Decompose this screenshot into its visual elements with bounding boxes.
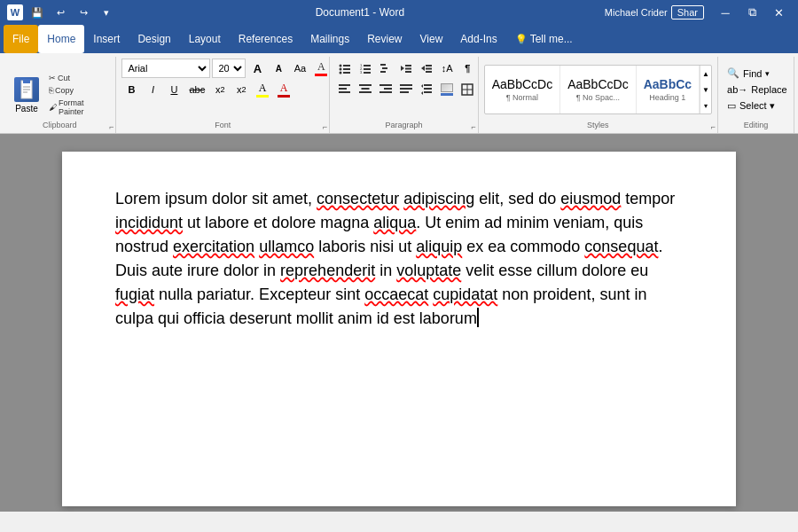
font-clear-btn[interactable]: A [311, 59, 331, 78]
clipboard-label: Clipboard [4, 121, 115, 131]
editing-group: 🔍 Find ▾ ab→ Replace ▭ Select ▾ Editing [718, 57, 794, 133]
cut-button[interactable]: ✂Cut [46, 73, 110, 83]
window-controls: Michael Crider Shar ─ ⧉ ✕ [605, 0, 791, 25]
font-size-select[interactable]: 20 [212, 59, 246, 78]
font-grow-btn[interactable]: A [247, 59, 267, 78]
title-bar: W 💾 ↩ ↪ ▾ Document1 - Word Michael Cride… [0, 0, 798, 25]
align-right-btn[interactable] [376, 80, 395, 99]
svg-rect-35 [384, 88, 392, 90]
style-heading1[interactable]: AaBbCc Heading 1 [637, 66, 700, 113]
quick-undo-btn[interactable]: ↩ [51, 4, 69, 21]
decrease-indent-btn[interactable] [396, 59, 416, 78]
document-text[interactable]: Lorem ipsum dolor sit amet, consectetur … [115, 187, 683, 331]
share-btn[interactable]: Shar [671, 5, 704, 20]
menu-mailings[interactable]: Mailings [301, 25, 358, 53]
align-left-btn[interactable] [335, 80, 355, 99]
close-btn[interactable]: ✕ [766, 0, 791, 25]
borders-btn[interactable] [458, 80, 477, 99]
svg-rect-38 [400, 88, 412, 90]
highlight-btn[interactable]: A [253, 80, 272, 99]
svg-rect-22 [405, 68, 411, 70]
menu-references[interactable]: References [230, 25, 301, 53]
svg-rect-32 [362, 88, 370, 90]
document-page[interactable]: Lorem ipsum dolor sit amet, consectetur … [62, 152, 736, 506]
subscript-btn[interactable]: x2 [210, 80, 230, 99]
menu-layout[interactable]: Layout [180, 25, 230, 53]
replace-btn[interactable]: ab→ Replace [724, 82, 791, 97]
svg-rect-39 [400, 91, 409, 93]
style-no-spacing[interactable]: AaBbCcDc ¶ No Spac... [560, 66, 636, 113]
editing-label: Editing [724, 121, 788, 131]
styles-expand[interactable]: ▾ [700, 98, 711, 113]
line-spacing-btn[interactable] [417, 80, 436, 99]
menu-design[interactable]: Design [129, 25, 179, 53]
svg-rect-26 [426, 68, 432, 70]
styles-expand-btn[interactable]: ⌐ [711, 122, 716, 131]
menu-review[interactable]: Review [358, 25, 411, 53]
svg-rect-23 [405, 71, 411, 73]
restore-btn[interactable]: ⧉ [739, 0, 764, 25]
svg-marker-20 [401, 66, 404, 71]
quick-redo-btn[interactable]: ↪ [74, 4, 92, 21]
menu-view[interactable]: View [411, 25, 452, 53]
svg-point-5 [340, 65, 342, 67]
menu-tellme[interactable]: 💡 Tell me... [506, 25, 582, 53]
svg-rect-6 [343, 65, 350, 66]
svg-rect-3 [23, 89, 30, 90]
find-btn[interactable]: 🔍 Find ▾ [724, 66, 773, 81]
menu-addins[interactable]: Add-Ins [451, 25, 505, 53]
svg-rect-12 [364, 65, 371, 66]
svg-marker-44 [421, 91, 423, 95]
svg-rect-31 [359, 84, 372, 86]
shading-btn[interactable] [437, 80, 457, 99]
select-btn[interactable]: ▭ Select ▾ [724, 98, 778, 113]
svg-rect-34 [379, 84, 392, 86]
clipboard-expand[interactable]: ⌐ [109, 122, 113, 131]
svg-rect-33 [359, 91, 372, 93]
paste-button[interactable]: Paste [9, 75, 44, 115]
svg-rect-4 [23, 91, 27, 93]
bullets-btn[interactable] [335, 59, 355, 78]
numbering-btn[interactable]: 1.2.3. [356, 59, 375, 78]
show-formatting-btn[interactable]: ¶ [458, 59, 477, 78]
font-case-btn[interactable]: Aa [290, 59, 309, 78]
styles-scroll-down[interactable]: ▼ [700, 82, 711, 98]
strikethrough-btn[interactable]: abc [185, 80, 208, 99]
underline-btn[interactable]: U [164, 80, 184, 99]
font-family-select[interactable]: Arial [121, 59, 210, 78]
bold-btn[interactable]: B [121, 80, 141, 99]
multilevel-btn[interactable] [376, 59, 395, 78]
italic-btn[interactable]: I [143, 80, 162, 99]
svg-rect-19 [380, 71, 386, 73]
increase-indent-btn[interactable] [417, 59, 436, 78]
document-area[interactable]: Lorem ipsum dolor sit amet, consectetur … [0, 134, 798, 512]
format-painter-button[interactable]: 🖌Format Painter [46, 98, 110, 117]
font-label: Font [121, 121, 324, 131]
font-expand[interactable]: ⌐ [323, 122, 327, 131]
select-label: Select ▾ [739, 100, 775, 112]
align-center-btn[interactable] [356, 80, 375, 99]
quick-save-btn[interactable]: 💾 [28, 4, 46, 21]
justify-btn[interactable] [396, 80, 416, 99]
paragraph-expand[interactable]: ⌐ [471, 122, 475, 131]
sort-btn[interactable]: ↕A [437, 59, 457, 78]
copy-button[interactable]: ⎘Copy [46, 85, 110, 96]
styles-group: AaBbCcDc ¶ Normal AaBbCcDc ¶ No Spac... … [479, 57, 718, 133]
font-group: Arial 20 A A Aa A B [116, 57, 330, 133]
svg-marker-43 [421, 84, 423, 88]
style-normal[interactable]: AaBbCcDc ¶ Normal [485, 66, 560, 113]
svg-rect-41 [424, 88, 432, 90]
paragraph-group: 1.2.3. ↕A ¶ [330, 57, 478, 133]
svg-rect-27 [426, 71, 432, 73]
font-color-btn[interactable]: A [274, 80, 293, 99]
minimize-btn[interactable]: ─ [713, 0, 738, 25]
menu-home[interactable]: Home [38, 25, 84, 53]
quick-customize-btn[interactable]: ▾ [98, 4, 115, 21]
svg-rect-29 [339, 88, 347, 90]
svg-rect-42 [424, 91, 432, 93]
menu-insert[interactable]: Insert [84, 25, 129, 53]
font-shrink-btn[interactable]: A [269, 59, 288, 78]
superscript-btn[interactable]: x2 [231, 80, 251, 99]
styles-scroll-up[interactable]: ▲ [700, 66, 711, 82]
menu-file[interactable]: File [4, 25, 38, 53]
